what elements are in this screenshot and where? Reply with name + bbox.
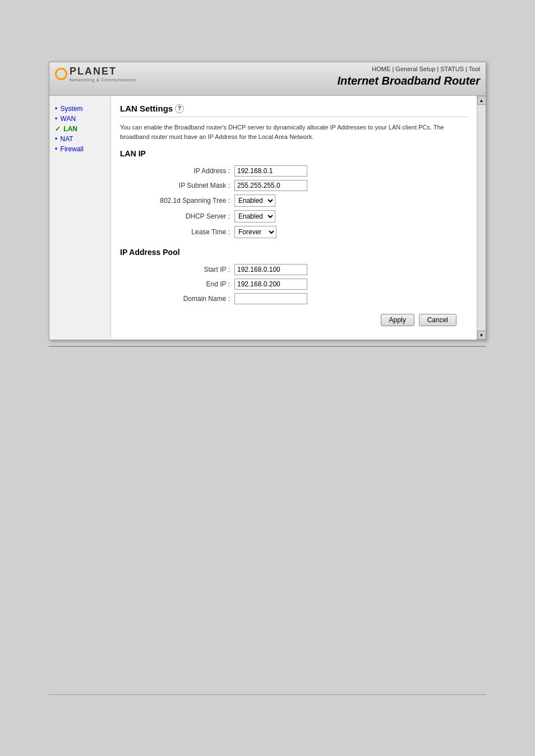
nav-sep1: | xyxy=(390,66,395,72)
start-ip-input-cell xyxy=(232,262,468,277)
nav-general-setup[interactable]: General Setup xyxy=(395,66,435,72)
ip-address-input[interactable] xyxy=(234,165,307,177)
lease-time-row: Lease Time : Forever 1 Hour 8 Hours 24 H… xyxy=(120,224,468,240)
logo-circle-icon xyxy=(55,68,67,80)
scroll-up-button[interactable]: ▲ xyxy=(477,96,486,105)
sidebar-label-nat: NAT xyxy=(61,135,73,143)
domain-name-row: Domain Name : xyxy=(120,291,468,306)
spanning-tree-row: 802.1d Spanning Tree : Enabled Disabled xyxy=(120,193,468,208)
wan-bullet-icon: • xyxy=(55,115,57,123)
domain-name-input[interactable] xyxy=(234,293,307,304)
sidebar-item-firewall[interactable]: • Firewall xyxy=(55,145,105,153)
help-icon[interactable]: ? xyxy=(175,104,184,113)
scroll-down-button[interactable]: ▼ xyxy=(477,331,486,340)
firewall-bullet-icon: • xyxy=(55,145,57,153)
lease-time-label: Lease Time : xyxy=(120,224,232,240)
logo-text-area: PLANET Networking & Communication xyxy=(70,66,136,82)
dhcp-server-row: DHCP Server : Enabled Disabled xyxy=(120,208,468,224)
start-ip-label: Start IP : xyxy=(120,262,232,277)
description-text: You can enable the Broadband router's DH… xyxy=(120,123,468,141)
bottom-area xyxy=(49,347,486,683)
dhcp-server-select[interactable]: Enabled Disabled xyxy=(234,210,275,222)
nav-status[interactable]: STATUS xyxy=(440,66,464,72)
main-area: • System • WAN ✓ LAN • NAT • Firewall xyxy=(49,96,486,340)
system-bullet-icon: • xyxy=(55,105,57,113)
scrollbar: ▲ ▼ xyxy=(477,96,486,340)
section-title: LAN Settings ? xyxy=(120,104,468,117)
ip-address-input-cell xyxy=(232,164,468,178)
nav-tool[interactable]: Tool xyxy=(469,66,480,72)
subnet-mask-row: IP Subnet Mask : xyxy=(120,178,468,193)
lan-ip-title: LAN IP xyxy=(120,149,468,158)
nav-sep2: | xyxy=(435,66,440,72)
logo: PLANET Networking & Communication xyxy=(55,66,136,82)
end-ip-input[interactable] xyxy=(234,279,307,290)
domain-name-label: Domain Name : xyxy=(120,291,232,306)
lan-ip-form: IP Address : IP Subnet Mask : 802.1d Spa… xyxy=(120,164,468,240)
logo-subtitle: Networking & Communication xyxy=(70,77,136,82)
end-ip-label: End IP : xyxy=(120,277,232,291)
router-frame: PLANET Networking & Communication HOME |… xyxy=(49,62,486,340)
spanning-tree-select[interactable]: Enabled Disabled xyxy=(234,194,275,207)
header-right: HOME | General Setup | STATUS | Tool Int… xyxy=(338,66,480,87)
domain-name-input-cell xyxy=(232,291,468,306)
logo-area: PLANET Networking & Communication xyxy=(55,66,136,82)
lease-time-select[interactable]: Forever 1 Hour 8 Hours 24 Hours xyxy=(234,226,276,238)
dhcp-server-label: DHCP Server : xyxy=(120,208,232,224)
start-ip-row: Start IP : xyxy=(120,262,468,277)
sidebar-item-nat[interactable]: • NAT xyxy=(55,135,105,143)
end-ip-input-cell xyxy=(232,277,468,291)
sidebar-label-system: System xyxy=(61,105,83,113)
subnet-mask-input-cell xyxy=(232,178,468,193)
lan-check-icon: ✓ xyxy=(55,125,61,133)
nav-sep3: | xyxy=(464,66,469,72)
product-title: Internet Broadband Router xyxy=(338,75,480,87)
cancel-button[interactable]: Cancel xyxy=(419,314,456,326)
ip-address-label: IP Address : xyxy=(120,164,232,178)
apply-button[interactable]: Apply xyxy=(381,314,414,326)
sidebar-label-firewall: Firewall xyxy=(61,145,84,153)
start-ip-input[interactable] xyxy=(234,264,307,275)
section-title-text: LAN Settings xyxy=(120,104,173,113)
content-panel: LAN Settings ? You can enable the Broadb… xyxy=(111,96,477,340)
bottom-line xyxy=(49,694,486,695)
subnet-mask-input[interactable] xyxy=(234,180,307,191)
sidebar: • System • WAN ✓ LAN • NAT • Firewall xyxy=(49,96,111,340)
subnet-mask-label: IP Subnet Mask : xyxy=(120,178,232,193)
nat-bullet-icon: • xyxy=(55,135,57,143)
ip-pool-form: Start IP : End IP : Domain Name : xyxy=(120,262,468,306)
page-wrapper: PLANET Networking & Communication HOME |… xyxy=(0,0,535,756)
lease-time-input-cell: Forever 1 Hour 8 Hours 24 Hours xyxy=(232,224,468,240)
nav-links: HOME | General Setup | STATUS | Tool xyxy=(338,66,480,72)
header: PLANET Networking & Communication HOME |… xyxy=(49,62,486,96)
button-row: Apply Cancel xyxy=(120,314,468,332)
spanning-tree-label: 802.1d Spanning Tree : xyxy=(120,193,232,208)
spanning-tree-input-cell: Enabled Disabled xyxy=(232,193,468,208)
end-ip-row: End IP : xyxy=(120,277,468,291)
logo-planet-text: PLANET xyxy=(70,66,136,77)
sidebar-label-wan: WAN xyxy=(61,115,76,123)
sidebar-item-lan[interactable]: ✓ LAN xyxy=(55,125,105,133)
ip-pool-title: IP Address Pool xyxy=(120,248,468,257)
sidebar-item-wan[interactable]: • WAN xyxy=(55,115,105,123)
sidebar-item-system[interactable]: • System xyxy=(55,105,105,113)
sidebar-label-lan: LAN xyxy=(63,125,77,133)
dhcp-server-input-cell: Enabled Disabled xyxy=(232,208,468,224)
ip-address-row: IP Address : xyxy=(120,164,468,178)
nav-home[interactable]: HOME xyxy=(372,66,390,72)
